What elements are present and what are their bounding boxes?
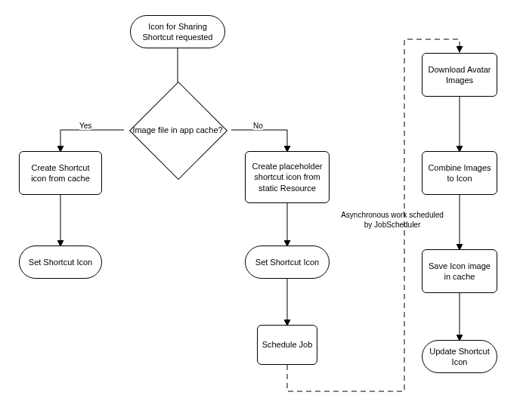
terminal-set-icon-left: Set Shortcut Icon (19, 246, 102, 279)
process-create-from-cache: Create Shortcut icon from cache (19, 151, 102, 195)
edge-label-yes: Yes (79, 122, 91, 130)
terminal-update-icon: Update Shortcut Icon (422, 340, 497, 373)
process-save-icon: Save Icon image in cache (422, 249, 497, 293)
decision-text: Image file in app cache? (124, 82, 231, 178)
process-create-placeholder: Create placeholder shortcut icon from st… (245, 151, 330, 203)
terminal-set-icon-mid: Set Shortcut Icon (245, 246, 330, 279)
decision-cache: Image file in app cache? (124, 82, 231, 178)
start-node: Icon for Sharing Shortcut requested (130, 15, 225, 48)
process-combine-images: Combine Images to Icon (422, 151, 497, 195)
process-download-avatar: Download Avatar Images (422, 53, 497, 97)
annotation-async: Asynchronous work scheduled by JobSchedu… (339, 210, 445, 230)
process-schedule-job: Schedule Job (257, 325, 317, 365)
edge-label-no: No (253, 122, 263, 130)
flowchart-canvas: Icon for Sharing Shortcut requested Imag… (0, 0, 520, 420)
